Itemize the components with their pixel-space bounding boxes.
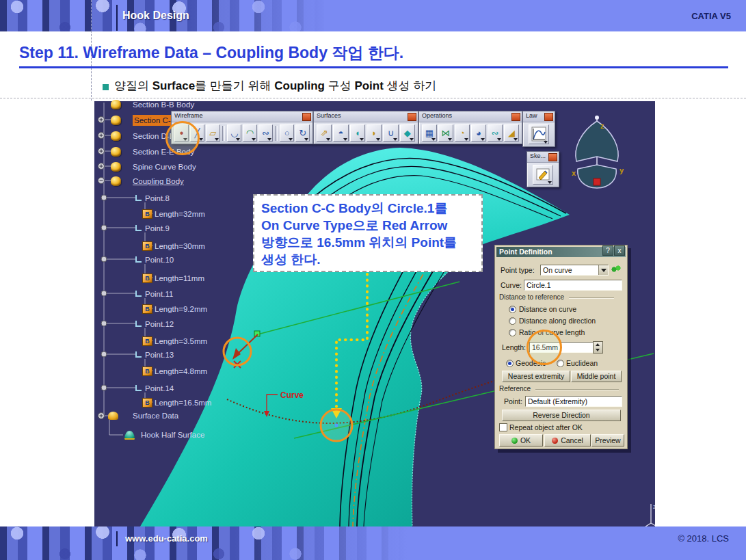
header-banner: Hook Design CATIA V5 bbox=[0, 0, 746, 31]
offset-button[interactable]: ◖ bbox=[350, 124, 365, 142]
tree-label: Spine Curve Body bbox=[133, 161, 196, 172]
circle-button[interactable]: ○ bbox=[280, 124, 294, 142]
length-icon: B bbox=[142, 304, 152, 314]
compass-top-dot bbox=[595, 116, 599, 120]
close-icon[interactable] bbox=[408, 113, 416, 121]
blend-button[interactable]: ◆ bbox=[400, 124, 415, 142]
help-icon[interactable]: ? bbox=[602, 245, 613, 256]
revolve-button[interactable]: ◓ bbox=[333, 124, 348, 142]
ok-button[interactable]: OK bbox=[499, 434, 543, 446]
footer-divider-line bbox=[116, 531, 118, 546]
curve-label: Curve bbox=[280, 390, 304, 400]
body-icon bbox=[111, 162, 121, 172]
length-icon: B bbox=[142, 209, 152, 219]
tree-label: Section B-B Body bbox=[133, 99, 194, 110]
radio-distance-on-curve[interactable] bbox=[509, 306, 516, 313]
tree-label: Length=32mm bbox=[155, 209, 205, 219]
group-title: Reference bbox=[499, 385, 531, 392]
reflect-line-button[interactable]: ∾ bbox=[258, 124, 273, 142]
close-icon[interactable] bbox=[302, 113, 311, 121]
close-icon[interactable] bbox=[548, 153, 557, 161]
fillet-button[interactable]: ◢ bbox=[504, 124, 519, 142]
split-button[interactable]: ⋈ bbox=[438, 124, 453, 142]
toolbar-title: Surfaces bbox=[314, 111, 418, 122]
header-divider-line bbox=[116, 5, 118, 31]
created-point-marker bbox=[335, 424, 338, 427]
highlight-circle-point-button bbox=[165, 121, 200, 155]
length-icon: B bbox=[142, 336, 152, 346]
length-icon: B bbox=[142, 398, 152, 408]
body-icon bbox=[111, 147, 121, 157]
bullet-seg: 구성 bbox=[325, 79, 354, 92]
tree-label: Point.12 bbox=[145, 319, 174, 330]
bullet-seg-bold: Surface bbox=[152, 79, 195, 92]
repeat-object-checkbox[interactable] bbox=[499, 423, 507, 431]
bullet-seg: 양질의 bbox=[114, 79, 152, 92]
axis-y-label: y bbox=[620, 166, 624, 174]
tree-label: Length=30mm bbox=[155, 241, 205, 252]
intersection-button[interactable]: ◠ bbox=[243, 124, 257, 142]
preview-button[interactable]: Preview bbox=[591, 434, 624, 446]
distance-group-label: Distance to reference bbox=[499, 293, 614, 301]
point-type-label: Point type: bbox=[501, 266, 535, 274]
coordinates-icon[interactable] bbox=[611, 265, 622, 274]
sweep-button[interactable]: ◗ bbox=[367, 124, 382, 142]
tree-label: Length=11mm bbox=[155, 273, 204, 284]
radio-ratio-of-curve-length[interactable] bbox=[509, 329, 516, 336]
law-button[interactable] bbox=[529, 124, 549, 144]
law-icon bbox=[531, 126, 546, 142]
radio-geodesic[interactable] bbox=[506, 360, 514, 367]
helix-button[interactable]: ↻ bbox=[295, 124, 310, 142]
tree-label: Hook Half Surface bbox=[141, 429, 204, 440]
brand-label: CATIA V5 bbox=[691, 11, 731, 21]
tree-label: Coupling Body bbox=[133, 176, 184, 187]
radio-label: Euclidean bbox=[566, 359, 598, 367]
nearest-extremity-button[interactable]: Nearest extremity bbox=[502, 371, 570, 382]
length-field-label: Length: bbox=[502, 343, 526, 351]
radio-label: Distance on curve bbox=[519, 305, 576, 313]
page-title: Step 11. Wireframe Data – Coupling Body … bbox=[19, 42, 403, 64]
footer-copyright: © 2018. LCS bbox=[678, 533, 729, 544]
toolbar-title: Operations bbox=[419, 111, 522, 122]
bullet-seg: 를 만들기 위해 bbox=[195, 79, 274, 92]
sketcher-button[interactable] bbox=[533, 165, 553, 185]
close-icon[interactable]: x bbox=[614, 245, 625, 256]
axis-x-label: x bbox=[572, 169, 576, 177]
toolbar-operations: Operations ▦ ⋈ ◔ ◕ ∾ ◢ bbox=[418, 111, 522, 144]
body-icon bbox=[111, 116, 121, 125]
triad-z-label: z bbox=[653, 503, 655, 510]
length-icon: B bbox=[142, 241, 152, 251]
tree-label: Length=9.2mm bbox=[155, 304, 207, 315]
curve-input[interactable] bbox=[524, 280, 622, 291]
toolbar-title: Wireframe bbox=[172, 111, 312, 122]
middle-point-button[interactable]: Middle point bbox=[571, 371, 622, 382]
compass-base[interactable] bbox=[594, 178, 600, 185]
tree-label: Length=16.5mm bbox=[155, 397, 211, 408]
trim-button[interactable]: ◔ bbox=[455, 124, 470, 142]
extract-button[interactable]: ∾ bbox=[488, 124, 503, 142]
boundary-button[interactable]: ◕ bbox=[471, 124, 486, 142]
close-icon[interactable] bbox=[511, 113, 520, 121]
fill-button[interactable]: ∪ bbox=[383, 124, 398, 142]
radio-euclidean[interactable] bbox=[557, 360, 564, 367]
body-icon bbox=[111, 176, 121, 186]
join-button[interactable]: ▦ bbox=[422, 124, 437, 142]
close-icon[interactable] bbox=[544, 113, 553, 121]
reference-point-input[interactable] bbox=[525, 396, 622, 407]
title-underline bbox=[19, 66, 728, 68]
length-icon: B bbox=[142, 274, 152, 283]
length-icon: B bbox=[142, 366, 152, 376]
radio-distance-along-direction[interactable] bbox=[509, 317, 516, 325]
projection-button[interactable]: ◡ bbox=[227, 124, 241, 142]
tree-label: Point.14 bbox=[145, 383, 174, 394]
point-icon bbox=[135, 291, 142, 297]
reverse-direction-button[interactable]: Reverse Direction bbox=[502, 410, 621, 421]
callout-line: 방향으로 16.5mm 위치의 Point를 bbox=[261, 234, 481, 251]
reference-group-label: Reference bbox=[499, 385, 619, 392]
chevron-down-icon bbox=[598, 265, 608, 275]
point-type-dropdown[interactable]: On curve bbox=[540, 265, 609, 276]
extrude-button[interactable]: ⇗ bbox=[317, 124, 332, 142]
length-stepper[interactable] bbox=[593, 341, 603, 354]
cancel-button[interactable]: Cancel bbox=[544, 434, 591, 446]
plane-button[interactable]: ▱ bbox=[206, 124, 220, 142]
